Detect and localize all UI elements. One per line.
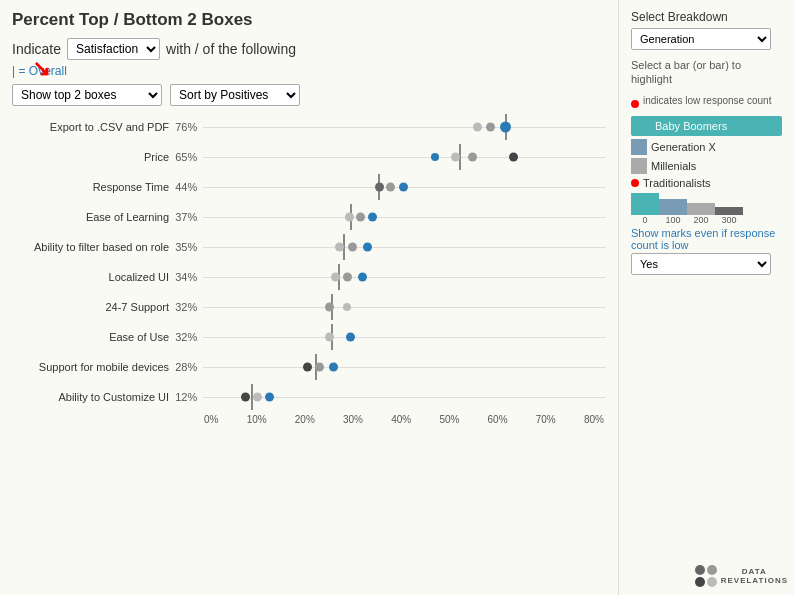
legend-color-bar xyxy=(631,158,647,174)
row-chart xyxy=(203,172,606,202)
select-bar-text: Select a bar (or bar) to highlight xyxy=(631,58,782,87)
table-row: Ease of Use32% xyxy=(12,322,606,352)
table-row: Ease of Learning37% xyxy=(12,202,606,232)
sort-by-select[interactable]: Sort by Positives Sort by Negatives xyxy=(170,84,300,106)
right-panel: Select Breakdown Generation Age Gender S… xyxy=(619,0,794,595)
low-indicator-icon xyxy=(631,100,639,108)
h-gridline xyxy=(203,217,606,218)
data-dot[interactable] xyxy=(509,153,518,162)
row-label: Export to .CSV and PDF xyxy=(12,112,173,142)
breakdown-select[interactable]: Generation Age Gender xyxy=(631,28,771,50)
table-row: 24-7 Support32% xyxy=(12,292,606,322)
row-label: Ease of Learning xyxy=(12,202,173,232)
with-label: with / of the following xyxy=(166,41,296,57)
data-dot[interactable] xyxy=(343,303,351,311)
mini-bar-x: 0 100 200 300 xyxy=(631,215,782,225)
h-gridline xyxy=(203,367,606,368)
table-row: Support for mobile devices28% xyxy=(12,352,606,382)
data-dot[interactable] xyxy=(356,213,365,222)
row-pct: 32% xyxy=(173,322,203,352)
row-chart xyxy=(203,292,606,322)
row-pct: 76% xyxy=(173,112,203,142)
h-gridline xyxy=(203,277,606,278)
x-axis-label: 10% xyxy=(247,414,267,425)
row-chart xyxy=(203,142,606,172)
data-dot[interactable] xyxy=(345,213,354,222)
indicates-low-row: indicates low response count xyxy=(631,95,782,114)
legend-item[interactable]: Traditionalists xyxy=(631,177,782,189)
logo-dots-icon xyxy=(695,565,717,587)
data-dot[interactable] xyxy=(331,273,340,282)
data-dot[interactable] xyxy=(315,363,324,372)
row-pct: 32% xyxy=(173,292,203,322)
h-gridline xyxy=(203,397,606,398)
h-gridline xyxy=(203,247,606,248)
data-dot[interactable] xyxy=(451,153,460,162)
chart-table: Export to .CSV and PDF76%Price65%Respons… xyxy=(12,112,606,412)
data-dot[interactable] xyxy=(348,243,357,252)
satisfaction-select[interactable]: Satisfaction xyxy=(67,38,160,60)
row-pct: 65% xyxy=(173,142,203,172)
x-axis-label: 50% xyxy=(439,414,459,425)
data-dot[interactable] xyxy=(303,363,312,372)
row-label: Price xyxy=(12,142,173,172)
h-gridline xyxy=(203,307,606,308)
table-row: Ability to filter based on role35% xyxy=(12,232,606,262)
row-label: Response Time xyxy=(12,172,173,202)
data-dot[interactable] xyxy=(325,303,334,312)
data-dot[interactable] xyxy=(329,363,338,372)
table-row: Ability to Customize UI12% xyxy=(12,382,606,412)
page-title: Percent Top / Bottom 2 Boxes xyxy=(12,10,606,30)
x-axis: 0%10%20%30%40%50%60%70%80% xyxy=(12,414,606,425)
data-dot[interactable] xyxy=(431,153,439,161)
overall-label: | = Overall xyxy=(12,64,606,78)
row-label: Ability to filter based on role xyxy=(12,232,173,262)
row-label: 24-7 Support xyxy=(12,292,173,322)
legend-color-bar xyxy=(635,118,651,134)
data-dot[interactable] xyxy=(368,213,377,222)
data-dot[interactable] xyxy=(386,183,395,192)
data-dot[interactable] xyxy=(486,123,495,132)
toolbar-row: ↘ Show top 2 boxes Show bottom 2 boxes S… xyxy=(12,84,606,106)
show-top-boxes-select[interactable]: Show top 2 boxes Show bottom 2 boxes xyxy=(12,84,162,106)
row-chart xyxy=(203,382,606,412)
show-marks-select[interactable]: Yes No xyxy=(631,253,771,275)
legend-item[interactable]: Millenials xyxy=(631,158,782,174)
data-dot[interactable] xyxy=(325,333,334,342)
data-dot[interactable] xyxy=(343,273,352,282)
data-dot[interactable] xyxy=(399,183,408,192)
logo-dot-1 xyxy=(695,565,705,575)
row-chart xyxy=(203,322,606,352)
logo-dot-3 xyxy=(695,577,705,587)
legend-item[interactable]: Generation X xyxy=(631,139,782,155)
row-chart xyxy=(203,232,606,262)
data-dot[interactable] xyxy=(253,393,262,402)
data-dot[interactable] xyxy=(468,153,477,162)
footer-logo: DATA REVELATIONS xyxy=(695,565,788,587)
data-dot[interactable] xyxy=(335,243,344,252)
row-pct: 28% xyxy=(173,352,203,382)
indicate-row: Indicate Satisfaction with / of the foll… xyxy=(12,38,606,60)
data-dot[interactable] xyxy=(346,333,355,342)
data-dot[interactable] xyxy=(500,122,511,133)
row-pct: 12% xyxy=(173,382,203,412)
x-axis-label: 60% xyxy=(488,414,508,425)
legend-item[interactable]: Baby Boomers xyxy=(631,116,782,136)
data-dot[interactable] xyxy=(358,273,367,282)
data-dot[interactable] xyxy=(375,183,384,192)
row-pct: 37% xyxy=(173,202,203,232)
data-dot[interactable] xyxy=(265,393,274,402)
data-dot[interactable] xyxy=(363,243,372,252)
row-pct: 44% xyxy=(173,172,203,202)
legend-label-text: Generation X xyxy=(651,141,716,153)
mini-bar-2 xyxy=(659,199,687,215)
row-pct: 34% xyxy=(173,262,203,292)
mini-bar-chart: 0 100 200 300 xyxy=(631,193,782,225)
data-dot[interactable] xyxy=(241,393,250,402)
data-dot[interactable] xyxy=(473,123,482,132)
row-pct: 35% xyxy=(173,232,203,262)
table-row: Export to .CSV and PDF76% xyxy=(12,112,606,142)
row-chart xyxy=(203,262,606,292)
h-gridline xyxy=(203,337,606,338)
indicates-low-text: indicates low response count xyxy=(643,95,771,106)
